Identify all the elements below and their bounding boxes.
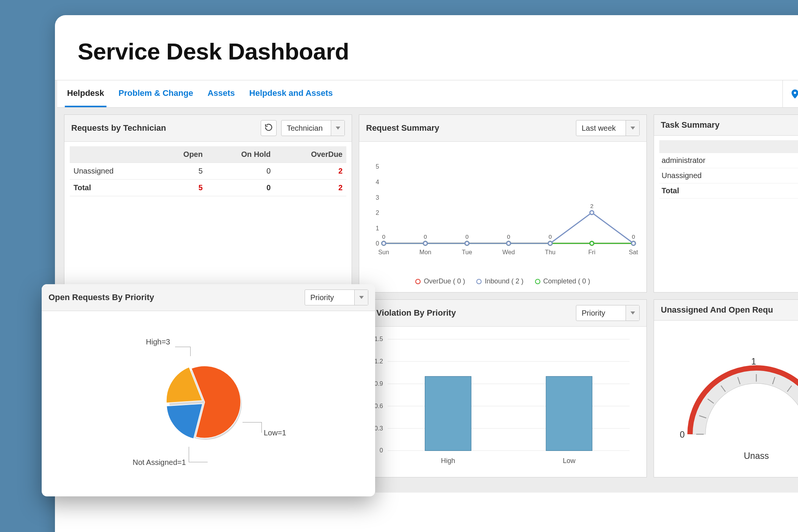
total-overdue: 2: [274, 180, 346, 196]
task-header-row: [659, 140, 798, 153]
diamond-marker-icon: [476, 279, 482, 284]
widget-task-summary: Task Summary administrator Unassigned To…: [654, 114, 798, 293]
svg-point-31: [423, 241, 427, 245]
svg-text:5: 5: [376, 163, 379, 170]
widget-title: Unassigned And Open Requ: [661, 305, 773, 315]
row-label: Unassigned: [70, 163, 157, 180]
svg-text:0.9: 0.9: [374, 380, 383, 387]
refresh-button[interactable]: [261, 120, 277, 136]
table-row[interactable]: Unassigned 5 0 2: [70, 163, 346, 180]
svg-text:1.2: 1.2: [374, 358, 383, 365]
legend-inbound: Inbound ( 2 ): [476, 277, 523, 285]
svg-text:0: 0: [424, 233, 427, 240]
svg-text:Sat: Sat: [629, 249, 638, 255]
requests-table: Open On Hold OverDue Unassigned 5 0 2: [70, 146, 346, 196]
svg-text:Wed: Wed: [502, 249, 515, 255]
table-total-row: Total 5 0 2: [70, 180, 346, 196]
select-text: Technician: [282, 120, 331, 136]
svg-point-32: [465, 241, 469, 245]
svg-text:0: 0: [465, 233, 468, 240]
cell-open: 5: [157, 163, 206, 180]
leader-line: [189, 462, 208, 462]
widget-title: Request Summary: [366, 123, 439, 133]
tab-helpdesk-assets[interactable]: Helpdesk and Assets: [247, 80, 335, 107]
col-blank: [70, 146, 157, 163]
range-select[interactable]: Last week: [576, 120, 640, 136]
leader-line: [190, 347, 191, 356]
svg-point-34: [548, 241, 552, 245]
nav-tabs: Helpdesk Problem & Change Assets Helpdes…: [65, 80, 335, 107]
refresh-icon: [264, 123, 273, 133]
list-item[interactable]: administrator: [659, 153, 798, 168]
svg-text:0: 0: [376, 240, 379, 247]
widget-request-summary: Request Summary Last week 012345SunMonTu…: [359, 114, 647, 293]
select-text: Last week: [576, 120, 626, 136]
pie-label-low: Low=1: [264, 429, 286, 437]
cell-overdue: 2: [274, 163, 346, 180]
svg-text:0: 0: [507, 233, 510, 240]
svg-text:2: 2: [376, 209, 379, 216]
svg-text:0: 0: [382, 233, 385, 240]
tab-helpdesk[interactable]: Helpdesk: [65, 80, 106, 107]
line-chart: 012345SunMonTueWedThuFriSat0000020: [365, 146, 641, 275]
priority-filter-select[interactable]: Priority: [305, 289, 368, 305]
legend-completed: Completed ( 0 ): [535, 277, 590, 285]
svg-text:1.5: 1.5: [374, 335, 383, 342]
col-open: Open: [157, 146, 206, 163]
pie-label-high: High=3: [146, 338, 170, 346]
svg-text:1: 1: [376, 225, 379, 232]
svg-text:Tue: Tue: [462, 249, 472, 255]
svg-text:0.6: 0.6: [374, 402, 383, 409]
widget-title: Requests by Technician: [71, 123, 166, 133]
svg-point-36: [632, 241, 635, 245]
col-overdue: OverDue: [274, 146, 346, 163]
svg-point-33: [507, 241, 510, 245]
chevron-down-icon: [626, 305, 639, 321]
svg-text:2: 2: [590, 203, 593, 209]
legend: OverDue ( 0 ) Inbound ( 2 ) Completed ( …: [365, 275, 641, 285]
leader-line: [261, 422, 262, 433]
svg-point-30: [382, 241, 386, 245]
svg-text:High: High: [441, 457, 455, 465]
leader-line: [175, 347, 190, 347]
tab-assets[interactable]: Assets: [205, 80, 237, 107]
cell-on-hold: 0: [207, 163, 274, 180]
pie-label-not-assigned: Not Assigned=1: [133, 458, 186, 467]
total-open: 5: [157, 180, 206, 196]
bar-chart: 00.30.60.91.21.5HighLow: [365, 331, 641, 470]
page-title: Service Desk Dashboard: [55, 15, 798, 80]
svg-point-35: [590, 211, 594, 214]
table-header-row: Open On Hold OverDue: [70, 146, 346, 163]
nav-right: All Sites S: [782, 80, 798, 107]
chevron-down-icon: [626, 120, 639, 136]
col-on-hold: On Hold: [207, 146, 274, 163]
svg-rect-56: [425, 376, 471, 451]
leader-line: [189, 447, 189, 462]
gauge-chart: 01Unass: [677, 340, 798, 476]
svg-text:3: 3: [376, 194, 379, 201]
svg-text:0: 0: [549, 233, 552, 240]
tab-problem-change[interactable]: Problem & Change: [116, 80, 196, 107]
priority-filter-select[interactable]: Priority: [576, 305, 640, 321]
select-text: Priority: [576, 305, 626, 321]
diamond-marker-icon: [415, 279, 421, 284]
total-on-hold: 0: [207, 180, 274, 196]
widget-requests-by-technician: Requests by Technician Technician: [64, 114, 352, 293]
widget-unassigned-open: Unassigned And Open Requ 01Unass: [654, 299, 798, 477]
nav-bar: Helpdesk Problem & Change Assets Helpdes…: [57, 80, 798, 108]
leader-line: [243, 422, 261, 422]
list-item[interactable]: Unassigned: [659, 168, 798, 183]
svg-text:0: 0: [632, 233, 635, 240]
select-text: Priority: [305, 290, 354, 305]
svg-text:Sun: Sun: [378, 249, 389, 255]
svg-rect-58: [546, 376, 592, 451]
sites-selector[interactable]: All Sites: [782, 80, 798, 107]
technician-filter-select[interactable]: Technician: [281, 120, 345, 136]
svg-text:4: 4: [376, 178, 379, 185]
chevron-down-icon: [331, 120, 344, 136]
list-total: Total: [659, 183, 798, 199]
legend-overdue: OverDue ( 0 ): [415, 277, 465, 285]
svg-point-28: [590, 241, 594, 245]
svg-text:0.3: 0.3: [374, 425, 383, 432]
popout-title: Open Requests By Priority: [49, 293, 154, 302]
